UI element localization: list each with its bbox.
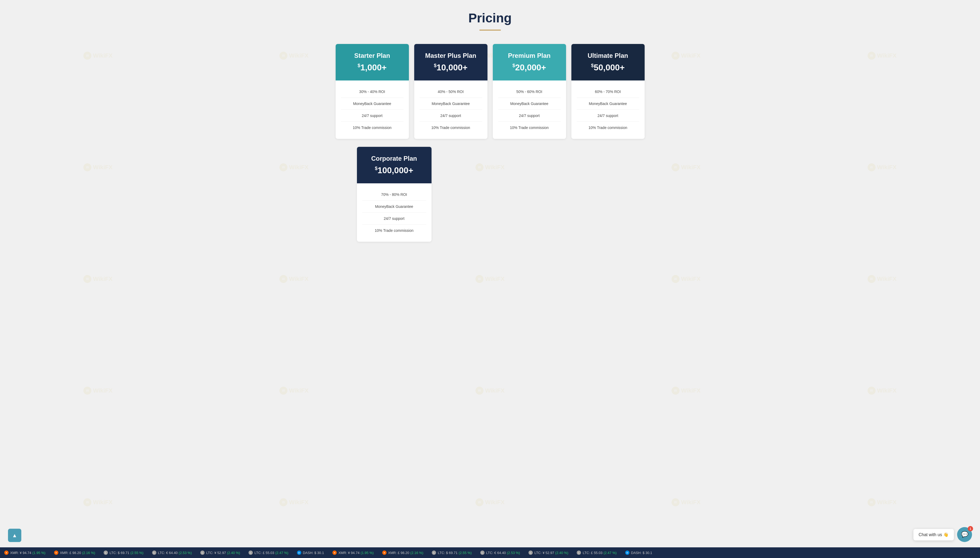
- currency-ultimate: $: [591, 63, 594, 68]
- ltc-icon: L: [432, 551, 436, 555]
- ticker-item: D DASH: $ 30.1: [293, 551, 328, 555]
- plan-support-corporate: 24/7 support: [362, 213, 426, 225]
- currency-starter: $: [358, 63, 361, 68]
- plan-moneyback-ultimate: MoneyBack Guarantee: [577, 98, 639, 110]
- plan-roi-premium: 50% - 60% ROI: [498, 86, 561, 98]
- ticker-item: X XMR: ¥ 94.74 (1.95 %): [0, 551, 50, 555]
- plan-commission-premium: 10% Trade commission: [498, 122, 561, 133]
- plan-name-ultimate: Ultimate Plan: [577, 52, 639, 59]
- plan-commission-master: 10% Trade commission: [420, 122, 482, 133]
- plan-header-ultimate: Ultimate Plan $50,000+: [571, 44, 645, 80]
- scroll-top-button[interactable]: ▲: [8, 529, 21, 542]
- plan-commission-starter: 10% Trade commission: [341, 122, 403, 133]
- ltc-icon: L: [528, 551, 533, 555]
- plan-price-premium: $20,000+: [498, 62, 561, 72]
- ticker-item: X XMR: £ 98.20 (2.16 %): [50, 551, 100, 555]
- ticker-item: L LTC: € 64.40 (2.53 %): [476, 551, 524, 555]
- xmr-icon: X: [333, 551, 337, 555]
- plan-header-corporate: Corporate Plan $100,000+: [357, 147, 431, 183]
- plans-grid: Starter Plan $1,000+ 30% - 40% ROI Money…: [336, 44, 645, 139]
- plan-card-ultimate: Ultimate Plan $50,000+ 60% - 70% ROI Mon…: [571, 44, 645, 139]
- plan-moneyback-master: MoneyBack Guarantee: [420, 98, 482, 110]
- plan-features-premium: 50% - 60% ROI MoneyBack Guarantee 24/7 s…: [493, 80, 566, 139]
- plan-commission-corporate: 10% Trade commission: [362, 225, 426, 236]
- plan-support-starter: 24/7 support: [341, 110, 403, 122]
- xmr-icon: X: [4, 551, 8, 555]
- ltc-icon: L: [480, 551, 485, 555]
- plan-card-corporate: Corporate Plan $100,000+ 70% - 80% ROI M…: [357, 147, 431, 242]
- plan-features-starter: 30% - 40% ROI MoneyBack Guarantee 24/7 s…: [336, 80, 409, 139]
- chat-badge: 1: [968, 526, 973, 531]
- dash-icon: D: [297, 551, 301, 555]
- plan-header-starter: Starter Plan $1,000+: [336, 44, 409, 80]
- plan-name-starter: Starter Plan: [341, 52, 403, 59]
- ticker-item: L LTC: £ 55.03 (2.47 %): [244, 551, 292, 555]
- scroll-top-icon: ▲: [12, 532, 17, 538]
- page-title: Pricing: [336, 11, 645, 25]
- ticker-item: D DASH: $ 30.1: [621, 551, 657, 555]
- currency-master: $: [434, 63, 437, 68]
- plan-header-master: Master Plus Plan $10,000+: [414, 44, 487, 80]
- plan-card-master: Master Plus Plan $10,000+ 40% - 50% ROI …: [414, 44, 487, 139]
- plan-roi-corporate: 70% - 80% ROI: [362, 189, 426, 201]
- plan-moneyback-corporate: MoneyBack Guarantee: [362, 201, 426, 213]
- ltc-icon: L: [152, 551, 156, 555]
- ticker-item: L LTC: € 64.40 (2.53 %): [148, 551, 196, 555]
- plan-commission-ultimate: 10% Trade commission: [577, 122, 639, 133]
- chat-icon: 💬: [961, 531, 968, 538]
- plan-support-premium: 24/7 support: [498, 110, 561, 122]
- xmr-icon: X: [382, 551, 387, 555]
- plan-moneyback-premium: MoneyBack Guarantee: [498, 98, 561, 110]
- ticker-item: L LTC: ¥ 52.97 (2.40 %): [524, 551, 572, 555]
- plan-name-master: Master Plus Plan: [420, 52, 482, 59]
- ticker-item: X XMR: ¥ 94.74 (1.95 %): [328, 551, 378, 555]
- currency-premium: $: [513, 63, 515, 68]
- plan-features-master: 40% - 50% ROI MoneyBack Guarantee 24/7 s…: [414, 80, 487, 139]
- plan-roi-ultimate: 60% - 70% ROI: [577, 86, 639, 98]
- plan-price-corporate: $100,000+: [362, 166, 426, 176]
- plan-name-corporate: Corporate Plan: [362, 155, 426, 162]
- ticker-item: X XMR: £ 98.20 (2.16 %): [378, 551, 428, 555]
- plan-features-corporate: 70% - 80% ROI MoneyBack Guarantee 24/7 s…: [357, 183, 431, 242]
- plan-card-premium: Premium Plan $20,000+ 50% - 60% ROI Mone…: [493, 44, 566, 139]
- ticker-item: L LTC: $ 69.71 (2.55 %): [99, 551, 147, 555]
- chat-button[interactable]: 💬 1: [957, 527, 972, 542]
- ticker-content: X XMR: ¥ 94.74 (1.95 %) X XMR: £ 98.20 (…: [0, 551, 656, 555]
- xmr-icon: X: [54, 551, 58, 555]
- ticker-item: L LTC: $ 69.71 (2.55 %): [428, 551, 476, 555]
- plan-support-master: 24/7 support: [420, 110, 482, 122]
- main-content: Pricing Starter Plan $1,000+ 30% - 40% R…: [330, 0, 650, 271]
- ltc-icon: L: [103, 551, 108, 555]
- plan-price-master: $10,000+: [420, 62, 482, 72]
- plan-roi-starter: 30% - 40% ROI: [341, 86, 403, 98]
- ticker-item: L LTC: £ 55.03 (2.47 %): [572, 551, 621, 555]
- plan-name-premium: Premium Plan: [498, 52, 561, 59]
- plan-card-starter: Starter Plan $1,000+ 30% - 40% ROI Money…: [336, 44, 409, 139]
- chat-label[interactable]: Chat with us 👋: [913, 529, 954, 540]
- ltc-icon: L: [200, 551, 205, 555]
- plan-price-ultimate: $50,000+: [577, 62, 639, 72]
- chat-widget: Chat with us 👋 💬 1: [913, 527, 972, 542]
- plan-roi-master: 40% - 50% ROI: [420, 86, 482, 98]
- plan-header-premium: Premium Plan $20,000+: [493, 44, 566, 80]
- plan-moneyback-starter: MoneyBack Guarantee: [341, 98, 403, 110]
- ticker-bar: X XMR: ¥ 94.74 (1.95 %) X XMR: £ 98.20 (…: [0, 547, 980, 558]
- plan-price-starter: $1,000+: [341, 62, 403, 72]
- currency-corporate: $: [375, 166, 377, 171]
- ltc-icon: L: [577, 551, 581, 555]
- title-underline: [480, 30, 501, 31]
- dash-icon: D: [625, 551, 629, 555]
- ltc-icon: L: [249, 551, 253, 555]
- plan-features-ultimate: 60% - 70% ROI MoneyBack Guarantee 24/7 s…: [571, 80, 645, 139]
- plan-support-ultimate: 24/7 support: [577, 110, 639, 122]
- ticker-item: L LTC: ¥ 52.97 (2.40 %): [196, 551, 244, 555]
- corporate-row: Corporate Plan $100,000+ 70% - 80% ROI M…: [336, 147, 645, 242]
